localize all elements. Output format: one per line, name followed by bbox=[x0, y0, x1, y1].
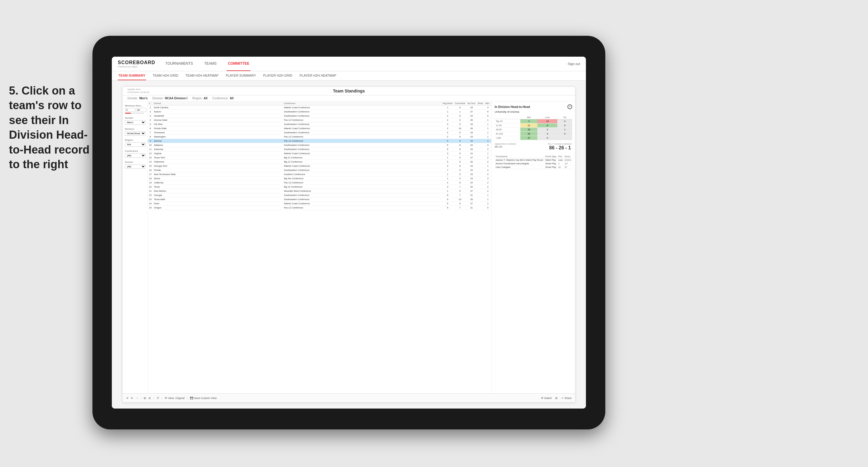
cell-reg: 5 bbox=[442, 201, 454, 206]
table-row[interactable]: 23 Texas A&M Southeastern Conference 9 1… bbox=[148, 197, 491, 201]
table-row[interactable]: 13 Texas Tech Big 12 Conference 1 9 27 2 bbox=[148, 156, 491, 160]
cell-reg: 3 bbox=[442, 122, 454, 126]
share-button[interactable]: ↗ Share bbox=[561, 397, 571, 400]
forward-button[interactable]: → bbox=[136, 397, 138, 400]
min-rounds-label: Minimum Rou... bbox=[125, 104, 145, 107]
table-row[interactable]: 22 Georgia Southeastern Conference 8 7 2… bbox=[148, 193, 491, 197]
cell-school: California bbox=[153, 181, 283, 185]
watch-button[interactable]: 👁 Watch bbox=[541, 397, 552, 400]
table-header-row: # School Conference Reg Rank Conf Rank N… bbox=[148, 101, 491, 105]
cell-num: 8 bbox=[148, 135, 153, 139]
table-row[interactable]: 18 Illinois Big Ten Conference 1 9 23 3 bbox=[148, 177, 491, 181]
cell-nt: 23 bbox=[466, 177, 476, 181]
cell-crk: 10 bbox=[454, 197, 466, 201]
table-row[interactable]: 11 Arkansas Southeastern Conference 6 8 … bbox=[148, 147, 491, 152]
min-rounds-section: Minimum Rou... bbox=[125, 104, 145, 114]
sub-nav-team-h2h-grid[interactable]: TEAM H2H GRID bbox=[152, 71, 179, 80]
nav-link-tournaments[interactable]: TOURNAMENTS bbox=[164, 57, 194, 71]
sub-nav-player-summary[interactable]: PLAYER SUMMARY bbox=[225, 71, 257, 80]
cell-school: Texas bbox=[153, 185, 283, 189]
h2h-panel: In Division Head-to-Head × University of… bbox=[492, 101, 575, 393]
cell-school: North Carolina bbox=[153, 105, 283, 110]
cell-win: 0 bbox=[484, 206, 491, 210]
table-row[interactable]: 12 Virginia Atlantic Coast Conference 3 … bbox=[148, 152, 491, 156]
cell-rnds bbox=[477, 105, 485, 110]
cell-win: 1 bbox=[484, 201, 491, 206]
nav-link-committee[interactable]: COMMITTEE bbox=[227, 57, 250, 71]
sub-nav-player-h2h-grid[interactable]: PLAYER H2H GRID bbox=[263, 71, 293, 80]
table-row[interactable]: 9 Arizona Pac-12 Conference 5 5 23 3 bbox=[148, 139, 491, 143]
save-custom-view-button[interactable]: 💾 Save Custom View bbox=[190, 397, 216, 400]
view-original-button[interactable]: 👁 View: Original bbox=[164, 397, 185, 400]
footer-divider-2: | bbox=[153, 397, 154, 400]
redo-button[interactable]: ↻ bbox=[131, 397, 133, 400]
logo-area: SCOREBOARD Powered by clippd bbox=[118, 60, 155, 68]
sub-nav-team-summary[interactable]: TEAM SUMMARY bbox=[118, 71, 146, 80]
table-row[interactable]: 8 Washington Pac-12 Conference 2 8 23 1 bbox=[148, 135, 491, 139]
table-row[interactable]: 17 East Tennessee State Southern Confere… bbox=[148, 173, 491, 177]
gender-select[interactable]: Men's bbox=[125, 120, 146, 125]
min-rounds-input-high[interactable] bbox=[136, 108, 146, 112]
h2h-col-win: Win bbox=[520, 116, 537, 119]
table-row[interactable]: 20 Texas Big 12 Conference 3 7 20 2 bbox=[148, 185, 491, 189]
table-row[interactable]: 1 North Carolina Atlantic Coast Conferen… bbox=[148, 105, 491, 110]
table-row[interactable]: 3 Vanderbilt Southeastern Conference 2 8… bbox=[148, 114, 491, 118]
cell-rnds bbox=[477, 160, 485, 164]
table-row[interactable]: 10 Alabama Southeastern Conference 5 8 2… bbox=[148, 143, 491, 147]
paste-button[interactable]: ⊟ bbox=[149, 397, 151, 400]
table-row[interactable]: 15 Georgia Tech Atlantic Coast Conferenc… bbox=[148, 164, 491, 168]
col-conference: Conference bbox=[283, 101, 442, 105]
table-row[interactable]: 25 Oregon Pac-12 Conference 5 7 21 0 bbox=[148, 206, 491, 210]
table-row[interactable]: 24 Duke Atlantic Coast Conference 5 9 27… bbox=[148, 201, 491, 206]
cell-reg: 3 bbox=[442, 185, 454, 189]
cell-school: Arkansas bbox=[153, 147, 283, 152]
undo-button[interactable]: ↺ bbox=[126, 397, 128, 400]
sign-out-button[interactable]: Sign out bbox=[566, 62, 580, 66]
cell-rnds bbox=[477, 152, 485, 156]
min-rounds-slider[interactable] bbox=[125, 113, 144, 114]
h2h-table-header: Win Loss Tie bbox=[495, 116, 572, 119]
h2h-close-button[interactable]: × bbox=[567, 104, 572, 109]
clock-button[interactable]: ⏱ bbox=[157, 397, 159, 400]
cell-win: 1 bbox=[484, 164, 491, 168]
cell-reg: 8 bbox=[442, 193, 454, 197]
tournament-score: -17 bbox=[563, 162, 572, 165]
cell-crk: 9 bbox=[454, 168, 466, 173]
nav-links: TOURNAMENTS TEAMS COMMITTEE bbox=[164, 57, 566, 71]
table-row[interactable]: 7 Tennessee Southeastern Conference 4 6 … bbox=[148, 131, 491, 135]
col-no-tour: No Tour bbox=[466, 101, 476, 105]
cell-crk: 7 bbox=[454, 185, 466, 189]
division-select[interactable]: NCAA Division I bbox=[125, 131, 146, 136]
copy-button[interactable]: ⊞ bbox=[144, 397, 146, 400]
conference-select[interactable]: (All) bbox=[125, 153, 146, 158]
division-filter-value: NCAA Division I bbox=[165, 97, 188, 100]
table-row[interactable]: 14 Oklahoma Big 12 Conference 5 8 26 2 bbox=[148, 160, 491, 164]
min-rounds-input-low[interactable] bbox=[125, 108, 135, 112]
cell-reg: 1 bbox=[442, 189, 454, 193]
table-row[interactable]: 21 New Mexico Mountain West Conference 1… bbox=[148, 189, 491, 193]
layout-button[interactable]: ⊞ bbox=[555, 397, 558, 400]
cell-win: 1 bbox=[484, 122, 491, 126]
table-row[interactable]: 19 California Pac-12 Conference 4 8 24 2 bbox=[148, 181, 491, 185]
school-select[interactable]: (All) bbox=[125, 164, 146, 169]
cell-conf: Southeastern Conference bbox=[283, 114, 442, 118]
table-row[interactable]: 5 Ole Miss Southeastern Conference 3 6 1… bbox=[148, 122, 491, 126]
footer-right: 👁 Watch ⊞ ↗ Share bbox=[541, 397, 571, 400]
sub-nav-player-h2h-heatmap[interactable]: PLAYER H2H HEATMAP bbox=[299, 71, 337, 80]
table-row[interactable]: 2 Auburn Southeastern Conference 1 1 27 … bbox=[148, 110, 491, 114]
region-select[interactable]: N/A bbox=[125, 142, 146, 147]
cell-num: 9 bbox=[148, 139, 153, 143]
table-row[interactable]: 6 Florida State Atlantic Coast Conferenc… bbox=[148, 126, 491, 131]
cell-conf: Atlantic Coast Conference bbox=[283, 126, 442, 131]
nav-link-teams[interactable]: TEAMS bbox=[203, 57, 218, 71]
cell-reg: 1 bbox=[442, 177, 454, 181]
h2h-rank-label: >100 bbox=[495, 136, 520, 140]
conference-filter-label: Conference: bbox=[212, 97, 228, 100]
cell-nt: 23 bbox=[466, 147, 476, 152]
cell-rnds bbox=[477, 139, 485, 143]
cell-school: Arizona bbox=[153, 139, 283, 143]
table-row[interactable]: 4 Arizona State Pac-12 Conference 4 6 26… bbox=[148, 118, 491, 122]
sub-nav-team-h2h-heatmap[interactable]: TEAM H2H HEATMAP bbox=[185, 71, 219, 80]
table-row[interactable]: 16 Florida Southeastern Conference 7 9 2… bbox=[148, 168, 491, 173]
cell-num: 25 bbox=[148, 206, 153, 210]
